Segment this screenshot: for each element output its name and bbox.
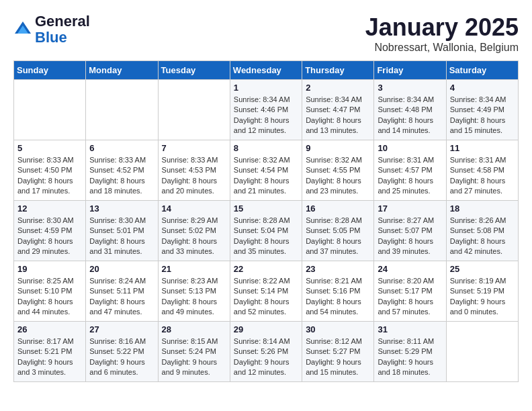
day-info: Sunrise: 8:11 AMSunset: 5:29 PMDaylight:… bbox=[378, 336, 442, 378]
day-number: 17 bbox=[378, 203, 442, 214]
day-number: 15 bbox=[234, 203, 298, 214]
day-number: 28 bbox=[162, 324, 226, 334]
page-header: General Blue January 2025 Nobressart, Wa… bbox=[13, 13, 519, 54]
day-cell bbox=[86, 80, 158, 140]
day-info: Sunrise: 8:27 AMSunset: 5:07 PMDaylight:… bbox=[378, 216, 442, 257]
day-info: Sunrise: 8:21 AMSunset: 5:16 PMDaylight:… bbox=[306, 276, 370, 318]
day-number: 12 bbox=[17, 203, 82, 214]
week-row-5: 26Sunrise: 8:17 AMSunset: 5:21 PMDayligh… bbox=[14, 322, 519, 382]
day-cell: 27Sunrise: 8:16 AMSunset: 5:22 PMDayligh… bbox=[86, 322, 158, 382]
day-number: 4 bbox=[450, 83, 515, 93]
day-cell: 12Sunrise: 8:30 AMSunset: 4:59 PMDayligh… bbox=[14, 201, 86, 261]
day-cell bbox=[158, 80, 230, 140]
day-number: 30 bbox=[306, 324, 370, 334]
day-number: 24 bbox=[378, 264, 442, 274]
day-cell: 23Sunrise: 8:21 AMSunset: 5:16 PMDayligh… bbox=[302, 261, 374, 322]
day-number: 31 bbox=[378, 324, 442, 334]
day-cell: 29Sunrise: 8:14 AMSunset: 5:26 PMDayligh… bbox=[230, 322, 302, 382]
day-cell: 2Sunrise: 8:34 AMSunset: 4:47 PMDaylight… bbox=[302, 80, 374, 140]
day-number: 27 bbox=[89, 324, 154, 334]
day-cell: 22Sunrise: 8:22 AMSunset: 5:14 PMDayligh… bbox=[230, 261, 302, 322]
day-cell: 19Sunrise: 8:25 AMSunset: 5:10 PMDayligh… bbox=[14, 261, 86, 322]
day-number: 22 bbox=[234, 264, 298, 274]
weekday-header-monday: Monday bbox=[86, 61, 158, 80]
day-info: Sunrise: 8:29 AMSunset: 5:02 PMDaylight:… bbox=[162, 216, 226, 257]
day-info: Sunrise: 8:32 AMSunset: 4:54 PMDaylight:… bbox=[234, 155, 298, 197]
day-info: Sunrise: 8:23 AMSunset: 5:13 PMDaylight:… bbox=[162, 276, 226, 318]
day-cell: 7Sunrise: 8:33 AMSunset: 4:53 PMDaylight… bbox=[158, 140, 230, 201]
day-info: Sunrise: 8:31 AMSunset: 4:57 PMDaylight:… bbox=[378, 155, 442, 197]
week-row-3: 12Sunrise: 8:30 AMSunset: 4:59 PMDayligh… bbox=[14, 201, 519, 261]
day-number: 3 bbox=[378, 83, 442, 93]
week-row-1: 1Sunrise: 8:34 AMSunset: 4:46 PMDaylight… bbox=[14, 80, 519, 140]
weekday-row: SundayMondayTuesdayWednesdayThursdayFrid… bbox=[14, 61, 519, 80]
day-number: 21 bbox=[162, 264, 226, 274]
day-cell: 14Sunrise: 8:29 AMSunset: 5:02 PMDayligh… bbox=[158, 201, 230, 261]
day-number: 7 bbox=[162, 143, 226, 153]
day-cell bbox=[14, 80, 86, 140]
week-row-4: 19Sunrise: 8:25 AMSunset: 5:10 PMDayligh… bbox=[14, 261, 519, 322]
calendar-header: SundayMondayTuesdayWednesdayThursdayFrid… bbox=[14, 61, 519, 80]
weekday-header-friday: Friday bbox=[374, 61, 446, 80]
logo-general-text: General bbox=[35, 13, 90, 30]
day-info: Sunrise: 8:34 AMSunset: 4:49 PMDaylight:… bbox=[450, 95, 515, 136]
day-cell: 24Sunrise: 8:20 AMSunset: 5:17 PMDayligh… bbox=[374, 261, 446, 322]
day-cell: 30Sunrise: 8:12 AMSunset: 5:27 PMDayligh… bbox=[302, 322, 374, 382]
day-cell bbox=[446, 322, 518, 382]
day-number: 29 bbox=[234, 324, 298, 334]
day-info: Sunrise: 8:33 AMSunset: 4:52 PMDaylight:… bbox=[89, 155, 154, 197]
calendar-table: SundayMondayTuesdayWednesdayThursdayFrid… bbox=[13, 60, 519, 382]
day-number: 25 bbox=[450, 264, 515, 274]
title-block: January 2025 Nobressart, Wallonia, Belgi… bbox=[365, 13, 519, 54]
day-cell: 26Sunrise: 8:17 AMSunset: 5:21 PMDayligh… bbox=[14, 322, 86, 382]
day-info: Sunrise: 8:19 AMSunset: 5:19 PMDaylight:… bbox=[450, 276, 515, 318]
logo: General Blue bbox=[13, 13, 90, 46]
day-info: Sunrise: 8:33 AMSunset: 4:50 PMDaylight:… bbox=[17, 155, 82, 197]
day-number: 2 bbox=[306, 83, 370, 93]
day-number: 26 bbox=[17, 324, 82, 334]
day-number: 10 bbox=[378, 143, 442, 153]
day-cell: 11Sunrise: 8:31 AMSunset: 4:58 PMDayligh… bbox=[446, 140, 518, 201]
day-info: Sunrise: 8:12 AMSunset: 5:27 PMDaylight:… bbox=[306, 336, 370, 378]
day-number: 23 bbox=[306, 264, 370, 274]
day-info: Sunrise: 8:30 AMSunset: 4:59 PMDaylight:… bbox=[17, 216, 82, 257]
day-number: 18 bbox=[450, 203, 515, 214]
day-info: Sunrise: 8:20 AMSunset: 5:17 PMDaylight:… bbox=[378, 276, 442, 318]
day-number: 1 bbox=[234, 83, 298, 93]
day-cell: 6Sunrise: 8:33 AMSunset: 4:52 PMDaylight… bbox=[86, 140, 158, 201]
day-number: 19 bbox=[17, 264, 82, 274]
day-number: 13 bbox=[89, 203, 154, 214]
weekday-header-sunday: Sunday bbox=[14, 61, 86, 80]
day-cell: 31Sunrise: 8:11 AMSunset: 5:29 PMDayligh… bbox=[374, 322, 446, 382]
day-number: 20 bbox=[89, 264, 154, 274]
weekday-header-saturday: Saturday bbox=[446, 61, 518, 80]
day-cell: 28Sunrise: 8:15 AMSunset: 5:24 PMDayligh… bbox=[158, 322, 230, 382]
weekday-header-wednesday: Wednesday bbox=[230, 61, 302, 80]
day-number: 6 bbox=[89, 143, 154, 153]
day-info: Sunrise: 8:34 AMSunset: 4:48 PMDaylight:… bbox=[378, 95, 442, 136]
day-cell: 13Sunrise: 8:30 AMSunset: 5:01 PMDayligh… bbox=[86, 201, 158, 261]
day-info: Sunrise: 8:34 AMSunset: 4:46 PMDaylight:… bbox=[234, 95, 298, 136]
day-cell: 18Sunrise: 8:26 AMSunset: 5:08 PMDayligh… bbox=[446, 201, 518, 261]
day-info: Sunrise: 8:28 AMSunset: 5:05 PMDaylight:… bbox=[306, 216, 370, 257]
day-number: 5 bbox=[17, 143, 82, 153]
day-info: Sunrise: 8:14 AMSunset: 5:26 PMDaylight:… bbox=[234, 336, 298, 378]
weekday-header-tuesday: Tuesday bbox=[158, 61, 230, 80]
day-info: Sunrise: 8:28 AMSunset: 5:04 PMDaylight:… bbox=[234, 216, 298, 257]
day-cell: 17Sunrise: 8:27 AMSunset: 5:07 PMDayligh… bbox=[374, 201, 446, 261]
day-cell: 1Sunrise: 8:34 AMSunset: 4:46 PMDaylight… bbox=[230, 80, 302, 140]
day-cell: 10Sunrise: 8:31 AMSunset: 4:57 PMDayligh… bbox=[374, 140, 446, 201]
day-cell: 8Sunrise: 8:32 AMSunset: 4:54 PMDaylight… bbox=[230, 140, 302, 201]
day-number: 16 bbox=[306, 203, 370, 214]
day-number: 14 bbox=[162, 203, 226, 214]
day-info: Sunrise: 8:26 AMSunset: 5:08 PMDaylight:… bbox=[450, 216, 515, 257]
day-cell: 15Sunrise: 8:28 AMSunset: 5:04 PMDayligh… bbox=[230, 201, 302, 261]
day-info: Sunrise: 8:22 AMSunset: 5:14 PMDaylight:… bbox=[234, 276, 298, 318]
day-cell: 9Sunrise: 8:32 AMSunset: 4:55 PMDaylight… bbox=[302, 140, 374, 201]
logo-icon bbox=[13, 20, 32, 39]
day-cell: 16Sunrise: 8:28 AMSunset: 5:05 PMDayligh… bbox=[302, 201, 374, 261]
day-cell: 4Sunrise: 8:34 AMSunset: 4:49 PMDaylight… bbox=[446, 80, 518, 140]
day-info: Sunrise: 8:30 AMSunset: 5:01 PMDaylight:… bbox=[89, 216, 154, 257]
day-info: Sunrise: 8:25 AMSunset: 5:10 PMDaylight:… bbox=[17, 276, 82, 318]
day-info: Sunrise: 8:16 AMSunset: 5:22 PMDaylight:… bbox=[89, 336, 154, 378]
